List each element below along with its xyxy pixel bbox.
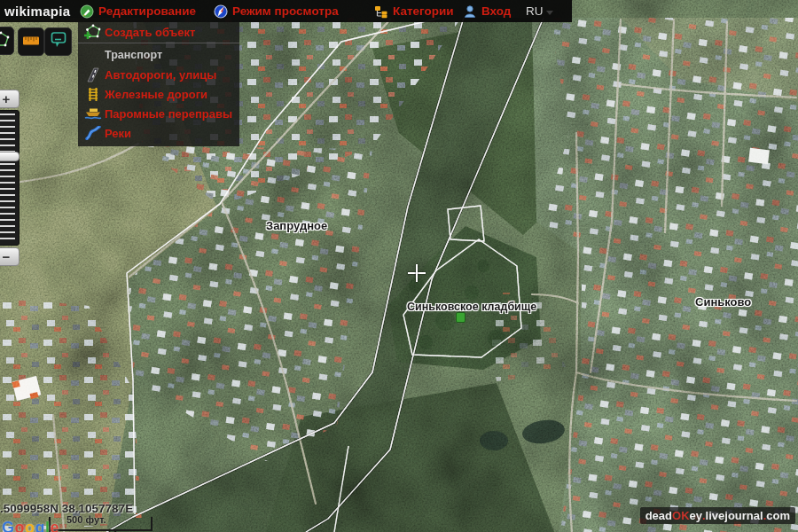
categories-icon [374,4,388,19]
scale-label: 500 фут. [66,514,106,525]
editing-dropdown-panel: Создать объект Транспорт Автодороги, ули… [78,22,239,146]
create-object-icon [82,24,105,40]
edit-icon [80,4,94,19]
menu-item-label: Создать объект [105,26,195,39]
menu-item-label: Паромные переправы [105,107,232,121]
polygon-icon [0,30,11,51]
railway-icon [82,87,105,102]
chevron-down-icon [546,11,553,15]
compass-icon [214,4,228,19]
divider [78,43,239,43]
menu-item-label: Категории [393,4,454,18]
menu-item-rivers[interactable]: Реки [78,123,239,143]
zoom-slider-ticks [0,113,15,242]
coordinates-readout: .5099958N 38.1057787E [0,502,133,515]
scale-bar: 500 фут. [49,517,153,531]
menu-item-login[interactable]: Вход [463,0,511,22]
wikimapia-logo: wikimapia [4,0,70,22]
menu-item-roads[interactable]: Автодороги, улицы [78,65,239,84]
map-marker-icon [50,30,67,53]
menu-item-ferries[interactable]: Паромные переправы [78,104,239,123]
menu-item-view-mode[interactable]: Режим просмотра [214,0,339,22]
zoom-control: + − [0,90,20,266]
zoom-slider-track[interactable] [0,110,20,246]
zoom-out-button[interactable]: − [0,247,20,266]
top-menu-bar: wikimapia Редактирование Режим просмотра… [0,0,572,22]
map-label-zaprudnoe: Запрудное [266,219,327,232]
river-icon [82,126,105,140]
menu-item-categories[interactable]: Категории [374,0,454,22]
menu-item-label: Реки [105,127,131,140]
measure-tool-button[interactable] [18,27,44,56]
zoom-in-button[interactable]: + [0,90,20,108]
menu-item-label: Редактирование [98,4,196,18]
menu-item-label: Режим просмотра [232,4,339,18]
menu-item-label: Автодороги, улицы [105,68,216,82]
language-dropdown[interactable]: RU [526,0,553,22]
google-attribution-logo: Google [2,519,59,532]
ruler-icon [22,34,40,50]
menu-item-create-object[interactable]: Создать объект [78,22,239,42]
menu-item-editing[interactable]: Редактирование [80,0,196,22]
map-view-tool-button[interactable] [44,27,72,56]
watermark: deadOKey.livejournal.com [640,507,795,524]
map-label-cemetery: Синьковское кладбище [407,301,536,313]
menu-item-railways[interactable]: Железные дороги [78,84,239,104]
road-icon [82,67,105,82]
user-icon [463,4,477,19]
section-header-transport: Транспорт [78,45,239,65]
polygon-tool-button[interactable] [0,27,14,55]
poi-marker[interactable] [456,312,466,323]
map-label-sinkovo: Синьково [695,295,751,309]
zoom-slider-handle[interactable] [0,152,20,161]
language-label: RU [526,4,544,18]
ferry-icon [82,107,105,121]
menu-item-label: Вход [481,4,511,18]
menu-item-label: Железные дороги [105,88,207,101]
